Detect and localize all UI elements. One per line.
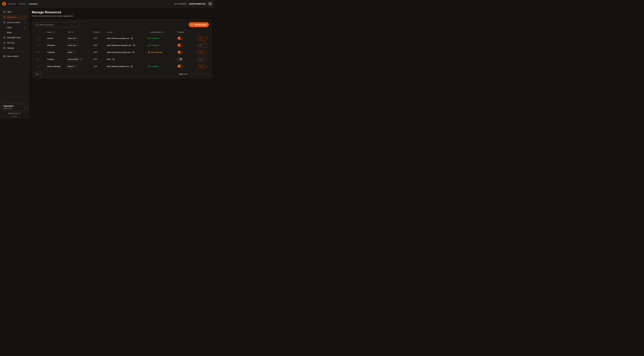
arrow-up-right-icon xyxy=(73,52,75,53)
enabled-toggle[interactable] xyxy=(178,51,182,54)
column-header-enabled: Enabled xyxy=(178,31,197,33)
resource-access: https://authentik.example.com xyxy=(107,51,131,53)
main-content: Manage Resources Create secure proxies t… xyxy=(29,8,215,119)
sidebar-item-roles[interactable]: Roles xyxy=(2,30,27,35)
sidebar-footer: Organization Home Lab Open Source v1.3.0 xyxy=(0,102,29,119)
table-row: Battery Manager Edge 01 TCP https://batt… xyxy=(35,63,209,70)
edit-button[interactable]: Edit xyxy=(197,36,207,40)
sidebar-item-resources[interactable]: Resources xyxy=(2,15,27,20)
sidebar-item-server-admin[interactable]: Server Admin xyxy=(2,54,27,59)
enabled-toggle[interactable] xyxy=(178,58,182,60)
table-header: Name Site Protocol Access Authentication… xyxy=(35,30,209,35)
chevron-down-icon xyxy=(24,22,26,24)
sidebar-item-shareable-links[interactable]: Shareable Links xyxy=(2,35,27,40)
sidebar-item-users[interactable]: Users xyxy=(2,25,27,30)
page-title: Manage Resources xyxy=(32,10,212,14)
site-link[interactable]: Second Office xyxy=(66,57,83,61)
resource-protocol: TCP xyxy=(94,44,107,46)
site-link[interactable]: Edge 01 xyxy=(66,64,79,68)
sidebar-item-access-control[interactable]: Access Control xyxy=(2,20,27,25)
breadcrumb-settings[interactable]: settings xyxy=(19,3,25,5)
edit-button[interactable]: Edit xyxy=(197,50,207,54)
column-header-site[interactable]: Site xyxy=(66,31,94,33)
chevron-right-icon xyxy=(201,73,203,75)
shield-check-icon xyxy=(148,65,150,68)
table-toolbar: Add Resource xyxy=(35,22,209,27)
search-input[interactable] xyxy=(35,22,80,27)
row-menu-button[interactable] xyxy=(35,57,41,61)
open-source-link[interactable]: Open Source xyxy=(8,112,20,114)
edit-button[interactable]: Edit xyxy=(197,57,207,61)
ellipsis-icon xyxy=(37,37,39,40)
column-header-access: Access xyxy=(107,31,148,33)
external-link-icon xyxy=(19,113,20,114)
sidebar-item-label: Resources xyxy=(7,16,16,18)
gear-icon xyxy=(3,47,6,49)
documentation-link[interactable]: Documentation xyxy=(174,3,187,5)
enabled-toggle[interactable] xyxy=(178,44,182,46)
chevron-left-icon xyxy=(196,73,198,75)
sort-icon xyxy=(72,31,74,33)
column-header-authentication[interactable]: Authentication xyxy=(148,31,178,33)
organization-selector[interactable]: Organization Home Lab xyxy=(2,104,27,110)
row-menu-button[interactable] xyxy=(35,50,41,54)
chevron-right-icon xyxy=(16,3,18,4)
site-link[interactable]: Office xyxy=(66,50,77,54)
sidebar-item-label: Server Admin xyxy=(7,55,18,57)
column-header-name[interactable]: Name xyxy=(47,31,66,33)
ellipsis-icon xyxy=(37,51,39,54)
copy-button[interactable] xyxy=(130,65,133,68)
sidebar: Sites Resources Access Control Users Rol… xyxy=(0,8,29,119)
sidebar-item-settings[interactable]: Settings xyxy=(2,46,27,50)
chevron-right-icon xyxy=(24,26,26,28)
next-page-button[interactable] xyxy=(200,72,204,76)
table-row: Immich Home Lab TCP https://immich.examp… xyxy=(35,35,209,42)
resource-access: 5432 xyxy=(107,58,111,60)
sites-icon xyxy=(3,11,6,13)
arrow-up-right-icon xyxy=(77,38,78,39)
page-size-select[interactable]: 20 xyxy=(35,72,43,76)
organization-value: Home Lab xyxy=(3,108,14,110)
sidebar-item-sites[interactable]: Sites xyxy=(2,10,27,14)
site-link[interactable]: Home Lab xyxy=(66,36,80,40)
sidebar-item-label: Shareable Links xyxy=(7,36,20,39)
user-avatar[interactable]: J xyxy=(208,2,212,6)
server-icon xyxy=(3,55,6,58)
row-menu-button[interactable] xyxy=(35,36,41,40)
arrow-right-icon xyxy=(203,44,205,46)
site-link[interactable]: Home Lab xyxy=(66,43,80,48)
first-page-button[interactable] xyxy=(190,72,194,76)
last-page-button[interactable] xyxy=(205,72,209,76)
resource-name: Postgres xyxy=(47,58,66,60)
arrow-up-right-icon xyxy=(77,44,78,46)
enabled-toggle[interactable] xyxy=(178,37,182,40)
column-header-protocol: Protocol xyxy=(94,31,107,33)
row-menu-button[interactable] xyxy=(35,43,41,48)
sidebar-item-api-keys[interactable]: API Keys xyxy=(2,40,27,45)
copy-icon xyxy=(112,58,114,60)
edit-button[interactable]: Edit xyxy=(197,64,207,68)
user-email: joe@example.com xyxy=(189,3,206,5)
resource-protocol: TCP xyxy=(94,58,107,60)
sort-icon xyxy=(53,31,55,33)
copy-button[interactable] xyxy=(112,58,115,60)
copy-button[interactable] xyxy=(131,37,133,40)
previous-page-button[interactable] xyxy=(195,72,199,76)
top-bar: home-lab settings resources Documentatio… xyxy=(0,0,215,8)
resource-access: https://immich.example.com xyxy=(107,37,129,39)
add-resource-button[interactable]: Add Resource xyxy=(188,22,209,27)
sidebar-item-label: Roles xyxy=(7,32,12,34)
enabled-toggle[interactable] xyxy=(178,65,182,68)
copy-button[interactable] xyxy=(133,44,135,46)
chevrons-left-icon xyxy=(191,73,193,75)
copy-icon xyxy=(131,37,133,39)
arrow-right-icon xyxy=(203,58,205,60)
chevrons-up-down-icon xyxy=(23,106,25,108)
resources-card: Add Resource Name Site Protocol Access xyxy=(32,20,212,78)
copy-button[interactable] xyxy=(132,51,135,54)
sidebar-item-label: Settings xyxy=(7,47,14,49)
edit-button[interactable]: Edit xyxy=(197,43,207,48)
breadcrumb: home-lab settings resources xyxy=(8,3,38,5)
breadcrumb-org[interactable]: home-lab xyxy=(8,3,16,5)
row-menu-button[interactable] xyxy=(35,64,41,68)
